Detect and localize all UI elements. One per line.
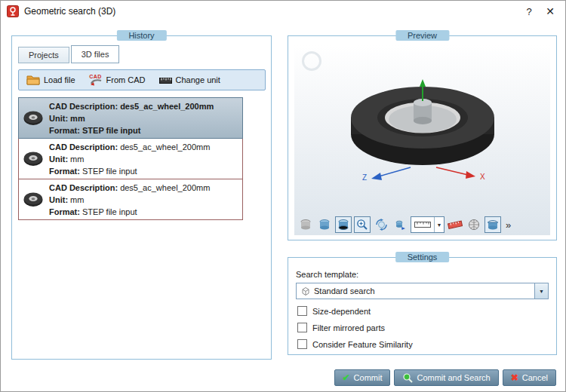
history-group: History Projects 3D files Load file CAD: [11, 35, 272, 360]
history-toolbar: Load file CAD From CAD Change unit: [18, 69, 266, 90]
search-template-select[interactable]: Standard search ▼: [296, 283, 549, 299]
zoom-icon[interactable]: [354, 216, 371, 233]
watermark-logo: [302, 51, 321, 71]
history-list: CAD Description: des5_ac_wheel_200mm Uni…: [18, 98, 243, 220]
help-button[interactable]: ?: [518, 3, 540, 20]
geometric-search-dialog: Geometric search (3D) ? ✕ History Projec…: [0, 0, 566, 392]
search-icon: [402, 372, 413, 383]
from-cad-label: From CAD: [106, 75, 146, 84]
axis-z-label: Z: [362, 173, 367, 182]
rotate-icon[interactable]: [373, 216, 389, 233]
search-template-label: Search template:: [296, 270, 358, 279]
clipping-section-icon[interactable]: [484, 216, 501, 233]
pan-icon[interactable]: [392, 216, 408, 233]
feature-similarity-checkbox[interactable]: [297, 339, 307, 349]
load-file-label: Load file: [44, 75, 75, 84]
cad-import-icon: CAD: [89, 74, 103, 86]
history-item-text: CAD Description: des5_ac_wheel_200mm Uni…: [48, 139, 214, 179]
commit-and-search-label: Commit and Search: [417, 373, 490, 382]
view-solid-icon[interactable]: [335, 216, 352, 233]
tab-projects[interactable]: Projects: [18, 47, 69, 63]
preview-toolbar: ▼: [297, 216, 513, 233]
history-tabs: Projects 3D files: [18, 45, 121, 63]
cancel-button[interactable]: ✖ Cancel: [503, 369, 556, 386]
preview-viewport[interactable]: X Z: [294, 45, 550, 235]
history-item-text: CAD Description: des5_ac_wheel_200mm Uni…: [48, 179, 214, 219]
history-item-2[interactable]: CAD Description: des5_ac_wheel_200mm Uni…: [18, 138, 243, 179]
view-shaded-icon[interactable]: [316, 216, 333, 233]
app-icon: [7, 5, 19, 17]
commit-label: Commit: [354, 373, 383, 382]
change-unit-button[interactable]: Change unit: [159, 75, 220, 84]
wheel-thumbnail: [19, 139, 48, 179]
filter-mirrored-checkbox[interactable]: [297, 323, 307, 332]
footer-buttons: ✔ Commit Commit and Search ✖ Cancel: [334, 369, 556, 386]
search-template-value: Standard search: [314, 286, 534, 296]
cube-icon: [297, 286, 314, 296]
commit-button[interactable]: ✔ Commit: [334, 369, 391, 386]
settings-group: Settings Search template: Standard searc…: [288, 257, 557, 355]
ruler-icon[interactable]: [447, 216, 463, 233]
measure-dropdown-arrow[interactable]: ▼: [434, 217, 444, 232]
wheel-3d-model: X Z: [332, 74, 513, 194]
axis-x-label: X: [480, 173, 485, 181]
size-dependent-label: Size-dependent: [312, 307, 371, 316]
filter-mirrored-row: Filter mirrored parts: [297, 323, 385, 332]
ruler-unit-icon: [159, 76, 172, 84]
size-dependent-row: Size-dependent: [297, 306, 371, 316]
mesh-icon[interactable]: [466, 216, 482, 233]
title-bar: Geometric search (3D) ? ✕: [1, 1, 565, 22]
commit-and-search-button[interactable]: Commit and Search: [394, 369, 498, 386]
size-dependent-checkbox[interactable]: [297, 306, 307, 316]
history-item-1[interactable]: CAD Description: des5_ac_wheel_200mm Uni…: [18, 97, 243, 139]
tab-3d-files[interactable]: 3D files: [71, 45, 120, 63]
toolbar-overflow-button[interactable]: »: [503, 219, 513, 231]
change-unit-label: Change unit: [176, 75, 220, 84]
close-button[interactable]: ✕: [540, 3, 561, 20]
window-title: Geometric search (3D): [24, 6, 115, 17]
history-item-3[interactable]: CAD Description: des5_ac_wheel_200mm Uni…: [18, 179, 243, 220]
folder-icon: [26, 75, 40, 85]
measure-icon: [411, 220, 434, 229]
check-icon: ✔: [343, 372, 350, 383]
preview-group: Preview X: [288, 35, 557, 240]
wheel-thumbnail: [19, 179, 48, 219]
wheel-thumbnail: [19, 98, 48, 138]
history-item-text: CAD Description: des5_ac_wheel_200mm Uni…: [48, 98, 218, 138]
combo-dropdown-arrow[interactable]: ▼: [534, 283, 548, 299]
view-wireframe-icon[interactable]: [297, 216, 314, 233]
feature-similarity-label: Consider Feature Similarity: [312, 340, 413, 349]
feature-similarity-row: Consider Feature Similarity: [297, 339, 413, 349]
from-cad-button[interactable]: CAD From CAD: [89, 74, 146, 86]
measure-tool-dropdown[interactable]: ▼: [411, 216, 444, 233]
settings-group-label: Settings: [395, 252, 450, 262]
filter-mirrored-label: Filter mirrored parts: [312, 323, 385, 332]
load-file-button[interactable]: Load file: [26, 75, 75, 85]
preview-group-label: Preview: [395, 30, 449, 41]
history-group-label: History: [116, 30, 166, 41]
cross-icon: ✖: [511, 372, 518, 383]
cancel-label: Cancel: [522, 373, 548, 382]
